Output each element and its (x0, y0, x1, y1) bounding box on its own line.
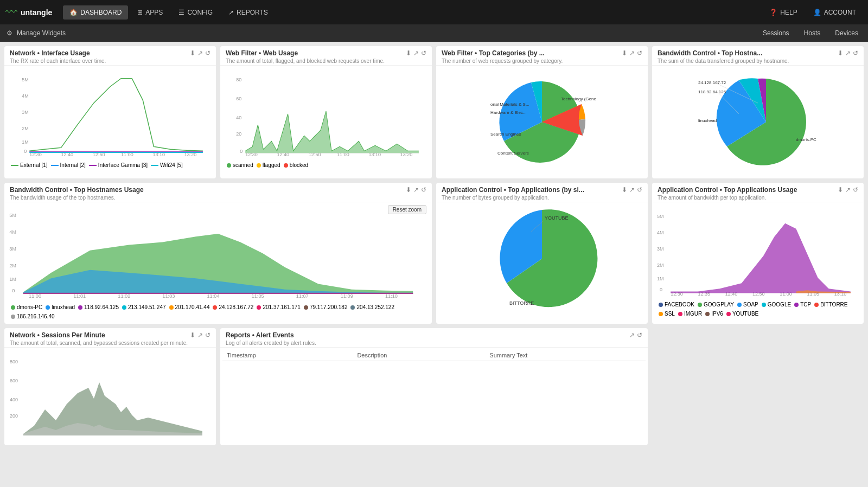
pie-svg-categories: Technology (General) Content Servers Sea… (488, 71, 596, 174)
svg-text:11:03: 11:03 (162, 293, 175, 299)
pie-svg-top-apps: YOUTUBE BITTORRE (482, 199, 602, 318)
svg-text:0: 0 (240, 149, 242, 154)
widget-body-interface-usage: 5M 4M 3M 2M 1M 0 12:30 12:40 12:50 11:00… (4, 66, 216, 178)
legend-google: GOOGLE (762, 302, 791, 307)
svg-text:11:10: 11:10 (385, 293, 398, 299)
pie-svg-bw-hostname: 24.128.167.72 118.92.64.125 linuxhead dm… (695, 71, 820, 174)
logo: 〰 untangle (5, 7, 52, 18)
nav-config[interactable]: ☰ CONFIG (172, 5, 219, 20)
download-btn-sessions[interactable]: ⬇ (190, 331, 195, 339)
refresh-btn-categories[interactable]: ↺ (637, 49, 642, 57)
svg-text:4M: 4M (9, 229, 16, 235)
hosts-tab[interactable]: Hosts (801, 27, 824, 39)
account-icon: 👤 (813, 9, 821, 16)
widget-subtitle-sessions: The amount of total, scanned, and bypass… (10, 340, 188, 346)
devices-tab[interactable]: Devices (832, 27, 861, 39)
chart-svg-interface: 5M 4M 3M 2M 1M 0 12:30 12:40 12:50 11:00… (7, 68, 214, 160)
widget-interface-usage: Network • Interface Usage The RX rate of… (4, 46, 216, 178)
expand-btn-alerts[interactable]: ↗ (629, 331, 635, 339)
widget-header-web-usage: Web Filter • Web Usage The amount of tot… (220, 46, 432, 66)
chart-svg-sessions: 800 600 400 200 (7, 350, 214, 437)
svg-text:11:00: 11:00 (121, 152, 133, 157)
download-btn-bw-host[interactable]: ⬇ (838, 49, 843, 57)
widget-subtitle-bandwidth-hostname: The sum of the data transferred grouped … (658, 58, 789, 64)
download-btn-apps-usage[interactable]: ⬇ (838, 186, 843, 194)
legend-186: 186.216.146.40 (11, 313, 55, 319)
expand-btn-sessions[interactable]: ↗ (197, 331, 203, 339)
refresh-btn-bw-host[interactable]: ↺ (853, 49, 858, 57)
widget-controls-top-categories: ⬇ ↗ ↺ (622, 49, 642, 57)
widget-header-interface-usage: Network • Interface Usage The RX rate of… (4, 46, 216, 66)
refresh-btn-bw-usage[interactable]: ↺ (421, 186, 426, 194)
svg-text:11:04: 11:04 (207, 293, 219, 299)
expand-btn-bw-usage[interactable]: ↗ (413, 186, 419, 194)
svg-text:0: 0 (24, 149, 27, 154)
refresh-btn-interface[interactable]: ↺ (205, 49, 210, 57)
widget-body-bw-hostnames-usage: Reset zoom 5M 4M 3M 2M 1M 0 11:00 11:01 … (4, 202, 432, 324)
help-button[interactable]: ❓ HELP (763, 5, 803, 20)
svg-text:onal Materials & S...: onal Materials & S... (490, 102, 529, 107)
svg-text:11:05: 11:05 (252, 293, 264, 299)
svg-text:YOUTUBE: YOUTUBE (545, 215, 569, 221)
chart-svg-web: 80 60 40 20 0 12:30 12:40 12:50 11:00 13… (222, 68, 430, 160)
widget-controls-bandwidth-hostname: ⬇ ↗ ↺ (838, 49, 858, 57)
refresh-btn-sessions[interactable]: ↺ (205, 331, 210, 339)
legend-facebook: FACEBOOK (659, 302, 694, 307)
nav-reports[interactable]: ↗ REPORTS (222, 5, 275, 20)
apps-icon: ⊞ (137, 9, 143, 16)
download-btn-categories[interactable]: ⬇ (622, 49, 627, 57)
widget-title-bandwidth-hostname: Bandwidth Control • Top Hostna... (658, 49, 789, 57)
legend-youtube: YOUTUBE (726, 311, 758, 317)
svg-text:12:30: 12:30 (29, 152, 42, 157)
col-description: Description (353, 350, 485, 361)
gear-icon: ⚙ (7, 29, 12, 37)
toolbar-right: Sessions Hosts Devices (760, 27, 861, 39)
widget-header-sessions: Network • Sessions Per Minute The amount… (4, 328, 216, 348)
svg-text:1M: 1M (9, 277, 16, 282)
logo-wave-icon: 〰 (5, 7, 17, 18)
widget-web-usage: Web Filter • Web Usage The amount of tot… (220, 46, 432, 178)
nav-dashboard[interactable]: 🏠 DASHBOARD (63, 5, 128, 20)
download-btn-interface[interactable]: ⬇ (190, 49, 195, 57)
svg-text:40: 40 (236, 115, 241, 120)
svg-text:3M: 3M (22, 110, 29, 115)
refresh-btn-apps-pie[interactable]: ↺ (637, 186, 642, 194)
expand-btn-apps-usage[interactable]: ↗ (845, 186, 851, 194)
widget-body-alert-events: Timestamp Description Summary Text (220, 348, 648, 445)
col-timestamp: Timestamp (222, 350, 353, 361)
legend-201b: 201.37.161.171 (257, 304, 301, 310)
refresh-btn-apps-usage[interactable]: ↺ (853, 186, 858, 194)
refresh-btn-alerts[interactable]: ↺ (637, 331, 642, 339)
expand-btn-apps-pie[interactable]: ↗ (629, 186, 635, 194)
expand-btn-web[interactable]: ↗ (413, 49, 419, 57)
legend-213: 213.149.51.247 (122, 304, 166, 310)
svg-text:5M: 5M (657, 214, 664, 219)
toolbar: ⚙ Manage Widgets Sessions Hosts Devices (0, 24, 868, 42)
expand-btn-categories[interactable]: ↗ (629, 49, 635, 57)
download-btn-apps-pie[interactable]: ⬇ (622, 186, 627, 194)
widget-header-top-categories: Web Filter • Top Categories (by ... The … (436, 46, 648, 66)
widget-bandwidth-hostname: Bandwidth Control • Top Hostna... The su… (652, 46, 864, 178)
download-btn-web[interactable]: ⬇ (406, 49, 411, 57)
widget-top-apps-pie: Application Control • Top Applications (… (436, 183, 648, 324)
legend-bw-hostnames: dmoris-PC linuxhead 118.92.64.125 213.14… (7, 302, 430, 322)
logo-text: untangle (21, 8, 52, 17)
svg-text:3M: 3M (9, 246, 16, 252)
expand-btn-interface[interactable]: ↗ (197, 49, 203, 57)
svg-text:200: 200 (10, 413, 18, 419)
pie-top-apps: YOUTUBE BITTORRE (438, 204, 646, 313)
legend-external-color (11, 165, 18, 166)
config-icon: ☰ (178, 9, 184, 16)
pie-top-categories: Technology (General) Content Servers Sea… (438, 68, 646, 176)
expand-btn-bw-host[interactable]: ↗ (845, 49, 851, 57)
sessions-tab[interactable]: Sessions (760, 27, 793, 39)
home-icon: 🏠 (69, 9, 78, 16)
refresh-btn-web[interactable]: ↺ (421, 49, 426, 57)
nav-apps[interactable]: ⊞ APPS (131, 5, 169, 20)
legend-linuxhead: linuxhead (46, 304, 75, 310)
svg-text:Technology (General): Technology (General) (561, 97, 596, 101)
svg-text:11:07: 11:07 (296, 293, 309, 299)
svg-text:600: 600 (10, 378, 18, 383)
account-button[interactable]: 👤 ACCOUNT (807, 5, 863, 20)
download-btn-bw-usage[interactable]: ⬇ (406, 186, 411, 194)
